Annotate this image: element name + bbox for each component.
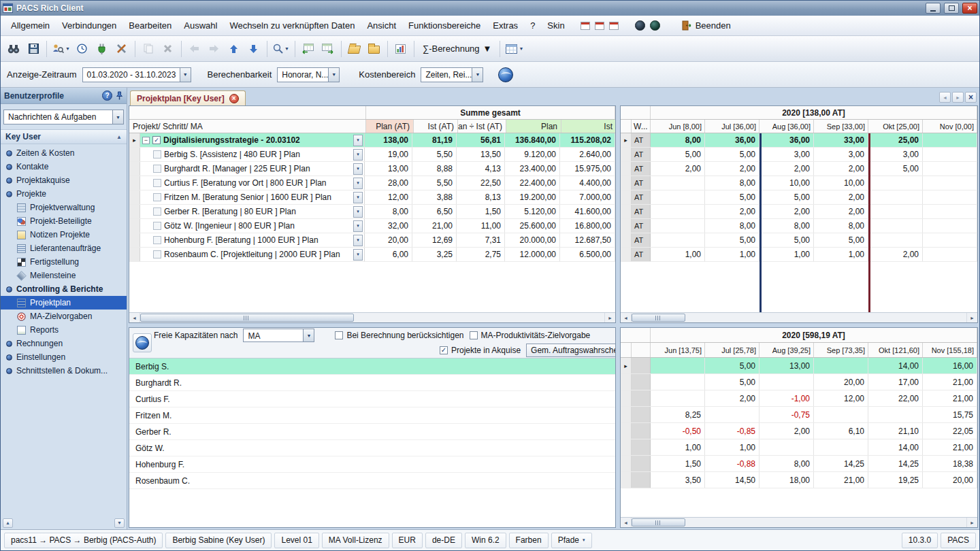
table-action-icon-3[interactable] xyxy=(609,22,619,30)
row-checkbox[interactable] xyxy=(153,165,161,173)
sidebar-item-lieferantenaufträge[interactable]: Lieferantenaufträge xyxy=(1,241,127,255)
probability-button[interactable]: Gem. Auftragswahrscheinlich xyxy=(526,344,616,357)
capacity-sphere-button[interactable] xyxy=(133,333,152,352)
close-button[interactable]: × xyxy=(962,3,977,14)
move-down-button[interactable] xyxy=(244,39,263,59)
layout-dropdown-button[interactable]: ▼ xyxy=(504,39,525,59)
export-table-button[interactable] xyxy=(299,39,318,59)
sidebar-item-controlling-berichte[interactable]: Controlling & Berichte xyxy=(1,282,127,296)
menu-item-funktionsbereiche[interactable]: Funktionsbereiche xyxy=(402,17,487,34)
scroll-left-button[interactable]: ◄ xyxy=(621,313,632,322)
column-header-ist-at[interactable]: Ist (AT) xyxy=(414,120,458,133)
sidebar-item-fertigstellung[interactable]: Fertigstellung xyxy=(1,255,127,269)
tab-projektplan[interactable]: Projektplan [Key User] × xyxy=(130,90,246,105)
table-action-icon-2[interactable] xyxy=(595,22,604,30)
sidebar-item-zeiten-kosten[interactable]: Zeiten & Kosten xyxy=(1,146,127,160)
horizontal-scrollbar[interactable]: ◄ ► xyxy=(621,312,977,322)
sum-group-header[interactable]: Summe gesamt xyxy=(366,106,615,119)
scrollbar-thumb[interactable] xyxy=(632,518,685,527)
sidebar-scroll-down-button[interactable]: ▼ xyxy=(114,518,125,528)
month-grid-row[interactable]: 3,5014,5018,0021,0019,2520,00 xyxy=(621,472,977,488)
import-table-button[interactable] xyxy=(318,39,338,59)
globe-teal-icon[interactable] xyxy=(650,20,660,31)
month-column-header[interactable]: Sep [33,00] xyxy=(814,120,868,133)
month-column-header[interactable]: Jun [13,75] xyxy=(651,343,705,357)
month-grid-row[interactable]: AT2,002,002,002,005,00 xyxy=(621,162,977,176)
row-checkbox[interactable] xyxy=(153,179,161,187)
month-grid-row[interactable]: AT1,001,001,001,002,00 xyxy=(621,248,977,262)
checkbox-projekte-in-akquise[interactable]: ✓ Projekte in Akquise xyxy=(440,346,521,355)
scrollbar-track[interactable] xyxy=(632,518,966,527)
status-pfade[interactable]: Pfade▾ xyxy=(551,533,592,548)
folder-button[interactable] xyxy=(365,39,384,59)
sidebar-item-kontakte[interactable]: Kontakte xyxy=(1,160,127,173)
scroll-right-button[interactable]: ► xyxy=(966,313,977,322)
plan-grid-row[interactable]: ▸−✓Digitalisierungsstrategie - 20.03102▾… xyxy=(129,133,615,148)
month-column-header[interactable]: Okt [121,60] xyxy=(868,343,923,357)
scroll-right-button[interactable]: ► xyxy=(966,518,977,527)
month-column-header[interactable]: Jun [8,00] xyxy=(651,120,705,133)
plan-grid-row[interactable]: Curtius F. [Beratung vor Ort | 800 EUR ]… xyxy=(129,176,615,190)
period-combo[interactable]: 01.03.2020 - 31.10.2023 ▼ xyxy=(82,67,191,82)
sum-calculation-button[interactable]: ∑-Berechnung ▼ xyxy=(418,39,497,59)
menu-item-bearbeiten[interactable]: Bearbeiten xyxy=(122,17,178,34)
beenden-button[interactable]: Beenden xyxy=(676,18,736,33)
move-up-button[interactable] xyxy=(225,39,244,59)
menu-item-auswahl[interactable]: Auswahl xyxy=(178,17,223,34)
tab-panel-close-button[interactable]: × xyxy=(965,92,977,103)
month-column-header[interactable]: Okt [25,00] xyxy=(868,120,923,133)
plan-grid-row[interactable]: Hohenburg F. [Beratung | 1000 EUR ] Plan… xyxy=(129,233,615,248)
month-column-header[interactable]: Jul [36,00] xyxy=(705,120,760,133)
month-grid-row[interactable]: -0,50-0,852,006,1021,1022,05 xyxy=(621,423,977,439)
row-dropdown-button[interactable]: ▾ xyxy=(353,178,363,189)
profile-dropdown[interactable]: Nachrichten & Aufgaben ▼ xyxy=(3,110,124,124)
month-grid-row[interactable]: 5,0020,0017,0021,00 xyxy=(621,374,977,390)
copy-button[interactable] xyxy=(139,39,158,59)
back-button[interactable] xyxy=(185,39,204,59)
sidebar-item-notizen-projekte[interactable]: Notizen Projekte xyxy=(1,228,127,241)
collapse-expander-icon[interactable]: − xyxy=(142,137,150,144)
sidebar-item-ma-zielvorgaben[interactable]: MA-Zielvorgaben xyxy=(1,310,127,323)
column-header-name[interactable]: Projekt/ Schritt/ MA xyxy=(129,120,366,133)
sidebar-item-meilensteine[interactable]: Meilensteine xyxy=(1,269,127,282)
sidebar-item-projektakquise[interactable]: Projektakquise xyxy=(1,173,127,187)
plug-button[interactable] xyxy=(93,39,112,59)
menu-item-skin[interactable]: Skin xyxy=(541,17,570,34)
month-column-header[interactable]: Aug [39,25] xyxy=(760,343,814,357)
save-button[interactable] xyxy=(24,39,43,59)
month-grid-row[interactable]: AT5,005,003,003,003,00 xyxy=(621,148,977,162)
menu-item-item[interactable]: ? xyxy=(524,17,541,34)
month-grid-row[interactable]: AT5,005,005,00 xyxy=(621,233,977,248)
month-grid-row[interactable]: 2,00-1,0012,0022,0021,00 xyxy=(621,390,977,407)
tab-scroll-right-button[interactable]: ► xyxy=(952,92,964,103)
sidebar-item-rechnungen[interactable]: Rechnungen xyxy=(1,337,127,350)
delete-button[interactable] xyxy=(159,39,178,59)
menu-item-ansicht[interactable]: Ansicht xyxy=(361,17,402,34)
zoom-dropdown-button[interactable]: ▼ xyxy=(271,39,291,59)
month-grid-row[interactable]: AT8,0010,0010,00 xyxy=(621,176,977,190)
row-checkbox[interactable] xyxy=(153,236,161,244)
refresh-globe-button[interactable] xyxy=(498,67,513,82)
menu-item-wechseln-zu-verknüpften-daten[interactable]: Wechseln zu verknüpften Daten xyxy=(223,17,361,34)
capacity-row[interactable]: Burghardt R. xyxy=(129,375,615,391)
column-header-plan-at[interactable]: Plan (AT) xyxy=(366,120,414,133)
tab-scroll-left-button[interactable]: ◄ xyxy=(939,92,951,103)
plan-grid-row[interactable]: Gerber R. [Beratung | 80 EUR ] Plan▾8,00… xyxy=(129,205,615,219)
sidebar-scroll-up-button[interactable]: ▲ xyxy=(3,518,13,528)
maximize-button[interactable] xyxy=(944,3,959,14)
plan-grid-row[interactable]: Rosenbaum C. [Projektleitung | 2000 EUR … xyxy=(129,248,615,262)
month-grid-row[interactable]: AT5,005,002,00 xyxy=(621,190,977,205)
row-checkbox[interactable] xyxy=(153,193,161,201)
globe-dark-icon[interactable] xyxy=(635,20,645,31)
month-grid-row[interactable]: AT8,008,008,00 xyxy=(621,219,977,233)
scrollbar-track[interactable] xyxy=(632,313,966,322)
month-grid-row[interactable]: 1,50-0,888,0014,2514,2518,38 xyxy=(621,456,977,472)
user-search-dropdown-button[interactable]: ▼ xyxy=(50,39,72,59)
row-dropdown-button[interactable]: ▾ xyxy=(353,192,363,203)
capacity-filter-combo[interactable]: MA ▼ xyxy=(243,329,314,342)
scrollbar-thumb[interactable] xyxy=(632,314,685,322)
sidebar-item-projektplan[interactable]: Projektplan xyxy=(1,296,127,310)
sidebar-item-reports[interactable]: Reports xyxy=(1,323,127,337)
row-dropdown-button[interactable]: ▾ xyxy=(353,149,363,161)
pin-icon[interactable] xyxy=(116,91,123,100)
